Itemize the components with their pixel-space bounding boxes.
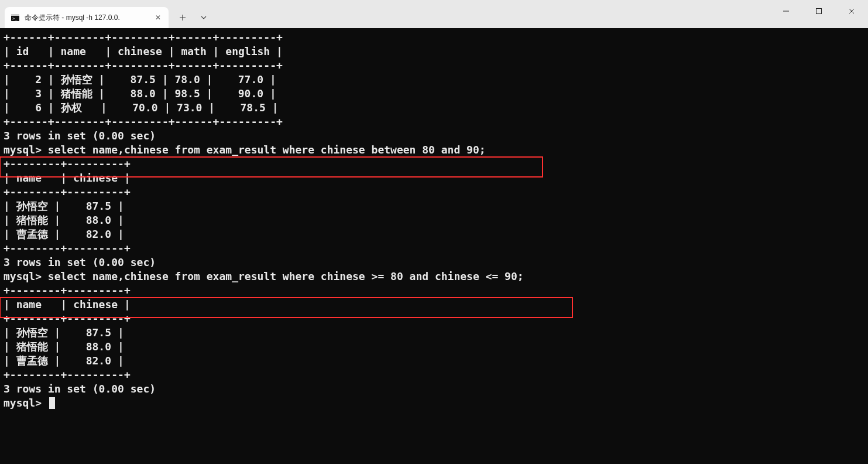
output-line: | 猪悟能 | 88.0 | <box>4 340 864 354</box>
output-line: 3 rows in set (0.00 sec) <box>4 382 864 396</box>
output-line: +--------+---------+ <box>4 241 864 255</box>
tab-active[interactable]: >_ 命令提示符 - mysql -h 127.0.0. ✕ <box>5 7 169 28</box>
output-line: | name | chinese | <box>4 171 864 185</box>
mysql-prompt: mysql> <box>4 397 48 409</box>
terminal-icon: >_ <box>11 13 20 22</box>
output-line: +--------+---------+ <box>4 185 864 199</box>
output-line: +--------+---------+ <box>4 368 864 382</box>
output-line: +--------+---------+ <box>4 284 864 298</box>
output-line: +------+--------+---------+------+------… <box>4 59 864 73</box>
svg-rect-1 <box>11 14 19 16</box>
minimize-button[interactable] <box>770 0 802 22</box>
output-line: | id | name | chinese | math | english | <box>4 45 864 59</box>
window-controls <box>770 0 868 28</box>
title-bar: >_ 命令提示符 - mysql -h 127.0.0. ✕ <box>0 0 868 28</box>
output-line: | 孙悟空 | 87.5 | <box>4 199 864 213</box>
output-line: 3 rows in set (0.00 sec) <box>4 255 864 269</box>
maximize-button[interactable] <box>802 0 835 22</box>
output-line: | 曹孟德 | 82.0 | <box>4 227 864 241</box>
output-line: | 孙悟空 | 87.5 | <box>4 326 864 340</box>
svg-rect-3 <box>816 9 822 14</box>
prompt-line: mysql> <box>4 396 864 410</box>
close-tab-icon[interactable]: ✕ <box>153 13 163 22</box>
tab-actions <box>173 7 213 28</box>
tab-title: 命令提示符 - mysql -h 127.0.0. <box>25 13 149 23</box>
new-tab-button[interactable] <box>173 8 192 27</box>
output-line: +--------+---------+ <box>4 312 864 326</box>
output-line: | 曹孟德 | 82.0 | <box>4 354 864 368</box>
output-line: 3 rows in set (0.00 sec) <box>4 129 864 143</box>
output-line: +------+--------+---------+------+------… <box>4 30 864 45</box>
output-line: | 猪悟能 | 88.0 | <box>4 213 864 227</box>
tab-dropdown-button[interactable] <box>194 8 213 27</box>
sql-query-line: mysql> select name,chinese from exam_res… <box>4 269 864 284</box>
output-line: +--------+---------+ <box>4 157 864 171</box>
tabs-area: >_ 命令提示符 - mysql -h 127.0.0. ✕ <box>0 0 213 28</box>
output-line: | name | chinese | <box>4 298 864 312</box>
cursor-icon <box>49 397 55 409</box>
output-line: +------+--------+---------+------+------… <box>4 115 864 129</box>
close-window-button[interactable] <box>835 0 868 22</box>
sql-query-line: mysql> select name,chinese from exam_res… <box>4 143 864 157</box>
output-line: | 2 | 孙悟空 | 87.5 | 78.0 | 77.0 | <box>4 73 864 87</box>
svg-text:>_: >_ <box>12 16 18 21</box>
terminal-output[interactable]: +------+--------+---------+------+------… <box>0 28 868 464</box>
output-line: | 6 | 孙权 | 70.0 | 73.0 | 78.5 | <box>4 101 864 115</box>
output-line: | 3 | 猪悟能 | 88.0 | 98.5 | 90.0 | <box>4 87 864 101</box>
